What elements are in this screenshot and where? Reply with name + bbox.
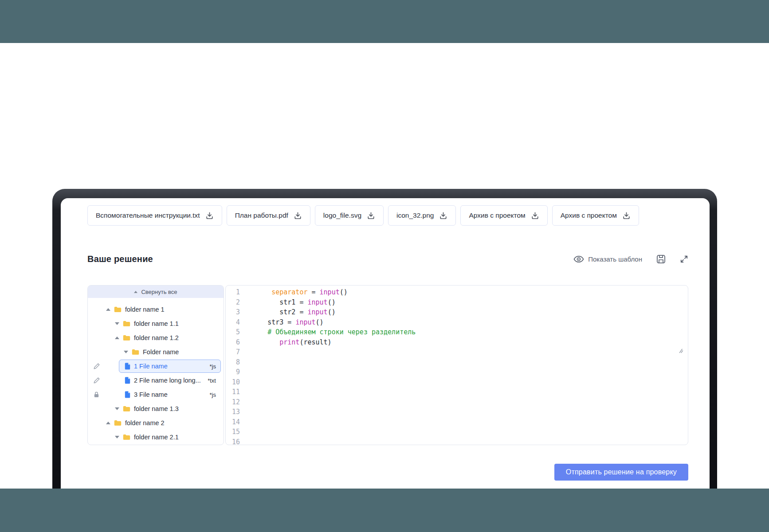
file-icon <box>125 391 130 398</box>
code-area[interactable]: separator = input() str1 = input() str2 … <box>242 286 688 445</box>
file-item[interactable]: 2 File name long long...*txt <box>119 374 221 387</box>
pencil-icon <box>93 377 100 384</box>
solution-header: Ваше решение Показать шаблон <box>87 254 688 264</box>
attachment-chip[interactable]: logo_file.svg <box>315 205 384 226</box>
code-line: print(result) <box>247 337 688 348</box>
line-number: 11 <box>226 387 240 397</box>
tree-folder-row[interactable]: folder name 1.2 <box>88 331 224 345</box>
collapse-all-button[interactable]: Свернуть все <box>88 286 224 298</box>
line-number: 7 <box>226 347 240 357</box>
download-icon <box>622 211 631 220</box>
tree-folder-row[interactable]: folder name 2.1 <box>88 430 224 444</box>
attachment-label: Вспомогательные инструкции.txt <box>96 211 200 219</box>
code-editor[interactable]: 12345678910111213141516 separator = inpu… <box>225 285 688 445</box>
folder-icon <box>123 406 130 412</box>
attachment-chip[interactable]: Вспомогательные инструкции.txt <box>87 205 222 226</box>
file-icon <box>125 363 130 370</box>
attachment-label: План работы.pdf <box>235 211 288 219</box>
attachments-bar: Вспомогательные инструкции.txtПлан работ… <box>87 205 692 226</box>
folder-name: folder name 1 <box>125 306 165 313</box>
download-icon <box>205 211 214 220</box>
line-number: 16 <box>226 437 240 446</box>
attachment-chip[interactable]: Архив с проектом <box>552 205 639 226</box>
file-item[interactable]: 1 File name*js <box>119 360 221 373</box>
show-template-label: Показать шаблон <box>588 255 642 263</box>
folder-icon <box>132 349 139 355</box>
file-extension: *txt <box>208 377 216 384</box>
top-banner <box>0 0 769 43</box>
attachment-label: Архив с проектом <box>561 211 617 219</box>
tree-folder-row[interactable]: Folder name <box>88 345 224 359</box>
folder-icon <box>114 420 122 426</box>
collapse-triangle-icon[interactable] <box>115 336 119 339</box>
expand-triangle-icon[interactable] <box>115 436 119 438</box>
expand-triangle-icon[interactable] <box>115 322 119 325</box>
file-extension: *js <box>210 363 216 370</box>
line-number: 3 <box>226 307 240 317</box>
line-number: 6 <box>226 337 240 348</box>
line-number: 5 <box>226 327 240 337</box>
code-line: str2 = input() <box>247 307 688 317</box>
line-number: 8 <box>226 357 240 368</box>
attachment-chip[interactable]: План работы.pdf <box>227 205 310 226</box>
tree-folder-row[interactable]: folder name 1.1 <box>88 317 224 331</box>
folder-icon <box>123 321 130 327</box>
eye-icon <box>573 255 584 263</box>
collapse-triangle-icon[interactable] <box>106 308 110 311</box>
attachment-chip[interactable]: icon_32.png <box>388 205 456 226</box>
code-line: # Объединяем строки через разделитель <box>247 327 688 337</box>
file-tree: folder name 1folder name 1.1folder name … <box>88 298 224 444</box>
file-name: 1 File name <box>134 363 206 370</box>
file-icon <box>125 377 130 384</box>
file-name: 3 File name <box>134 391 206 398</box>
laptop-screen: Вспомогательные инструкции.txtПлан работ… <box>61 198 710 532</box>
line-number: 13 <box>226 407 240 417</box>
folder-name: Folder name <box>143 348 179 356</box>
folder-icon <box>123 335 130 341</box>
save-icon <box>656 254 666 264</box>
tree-file-row[interactable]: 3 File name*js <box>88 387 224 402</box>
line-number: 2 <box>226 297 240 308</box>
fullscreen-button[interactable] <box>680 255 688 263</box>
download-icon <box>294 211 302 220</box>
save-button[interactable] <box>656 254 666 264</box>
tree-folder-row[interactable]: folder name 1 <box>88 302 224 317</box>
lock-icon <box>93 391 100 398</box>
line-number-gutter: 12345678910111213141516 <box>226 286 242 445</box>
file-tree-panel: Свернуть все folder name 1folder name 1.… <box>87 285 224 445</box>
laptop-frame: Вспомогательные инструкции.txtПлан работ… <box>52 189 717 532</box>
collapse-triangle-icon[interactable] <box>106 422 110 424</box>
line-number: 15 <box>226 427 240 437</box>
folder-name: folder name 1.1 <box>134 320 179 327</box>
line-number: 14 <box>226 417 240 427</box>
expand-icon <box>680 255 688 263</box>
code-line: str3 = input() <box>247 317 688 328</box>
attachment-chip[interactable]: Архив с проектом <box>460 205 547 226</box>
page-title: Ваше решение <box>87 254 153 264</box>
bottom-banner <box>0 489 769 532</box>
line-number: 1 <box>226 287 240 297</box>
show-template-button[interactable]: Показать шаблон <box>573 255 642 263</box>
folder-icon <box>123 434 130 440</box>
tree-file-row[interactable]: 1 File name*js <box>88 359 224 373</box>
download-icon <box>367 211 375 220</box>
expand-triangle-icon[interactable] <box>115 407 119 410</box>
tree-file-row[interactable]: 2 File name long long...*txt <box>88 373 224 387</box>
attachment-label: icon_32.png <box>396 211 434 219</box>
file-extension: *js <box>210 391 216 398</box>
file-name: 2 File name long long... <box>134 377 204 384</box>
line-number: 4 <box>226 317 240 328</box>
submit-solution-button[interactable]: Отправить решение на проверку <box>554 464 688 481</box>
tree-folder-row[interactable]: folder name 2 <box>88 416 224 430</box>
expand-triangle-icon[interactable] <box>124 351 128 353</box>
code-line: separator = input() <box>247 287 688 297</box>
download-icon <box>439 211 447 220</box>
attachment-label: Архив с проектом <box>469 211 525 219</box>
resize-grip-icon[interactable] <box>678 348 683 353</box>
tree-folder-row[interactable]: folder name 1.3 <box>88 402 224 416</box>
folder-name: folder name 2 <box>125 419 165 426</box>
file-item[interactable]: 3 File name*js <box>119 388 221 401</box>
line-number: 9 <box>226 367 240 377</box>
code-line: str1 = input() <box>247 297 688 308</box>
collapse-all-icon <box>134 291 137 293</box>
